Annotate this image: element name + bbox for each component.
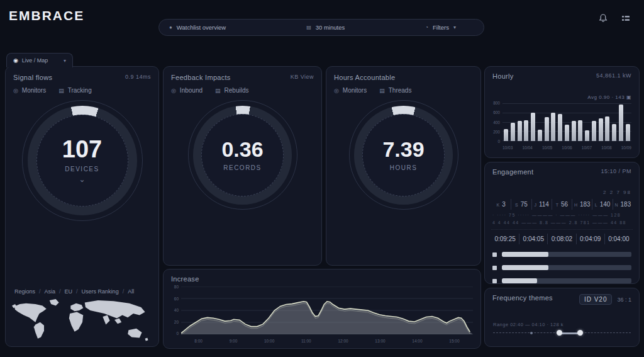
toggle-label: Inbound [180, 87, 203, 94]
stats-dotline-2: 4 4 44 44 ——— 8.8 ——— 2.8 781 ——— 44 88 [492, 220, 631, 225]
toggle-monitors[interactable]: ◎ Monitors [334, 87, 367, 94]
stats-pairs-row: K3S75J114T56H183L140N183 [491, 199, 633, 210]
panel-meta: 15:10 / PM [601, 168, 631, 174]
panel-title: Hourly [492, 72, 514, 80]
stat-pair: H183 [572, 199, 592, 210]
stat-pair: T56 [552, 199, 572, 210]
tab-live-map[interactable]: ◉ Live / Map ▾ [6, 53, 73, 67]
breadcrumb-item[interactable]: Asia [45, 288, 56, 295]
filter-item-1[interactable]: ●Watchlist overview [169, 24, 226, 31]
bar-ytick-label: 200 [490, 130, 500, 134]
progress-row[interactable] [492, 265, 631, 270]
gauge-label: RECORDS [223, 164, 262, 171]
area-chart-ylabels: 806040200 [169, 285, 179, 336]
bar [619, 105, 623, 142]
stat-pair: N183 [613, 199, 633, 210]
bar-xtick-label: 10/06 [562, 145, 572, 150]
area-xtick-label: 12:00 [338, 339, 348, 343]
slider-dot [530, 332, 533, 334]
breadcrumb-item[interactable]: Regions [14, 288, 35, 295]
bar [626, 124, 630, 141]
breadcrumb-separator: / [59, 288, 61, 295]
menu-icon[interactable] [620, 13, 631, 24]
filter-icon: ▤ [306, 25, 311, 30]
stat-value: 114 [539, 201, 549, 208]
bar-ytick-label: 800 [490, 101, 500, 105]
filter-icon: ◔ [425, 25, 428, 30]
map-breadcrumb: Regions/Asia/EU/Users Ranking/All [14, 288, 134, 295]
progress-row[interactable] [492, 278, 631, 283]
stat-value: 56 [561, 201, 568, 208]
panel-title: Frequency themes [492, 294, 553, 302]
area-xtick-label: 10:00 [264, 339, 274, 343]
bar [565, 125, 569, 141]
panel-title: Hours Accountable [334, 74, 395, 81]
stat-pair: S75 [511, 199, 531, 210]
bar-ytick-label: 0 [490, 139, 500, 144]
time-cell: 0:04:00 [604, 234, 633, 244]
toggle-tracking[interactable]: ▤ Tracking [58, 87, 92, 94]
bar-chart-ylabels: 8006004002000 [490, 101, 500, 144]
toggle-monitors[interactable]: ◎ Monitors [13, 87, 46, 94]
toggle-inbound[interactable]: ◎ Inbound [171, 87, 203, 94]
bar [504, 129, 508, 142]
filter-item-3[interactable]: ◔Filters▾ [425, 24, 456, 31]
time-cell: 0:09:25 [491, 234, 519, 244]
area-chart-plot[interactable] [181, 286, 473, 334]
stat-key: T [556, 203, 558, 207]
bar [531, 113, 535, 141]
panel-meta: KB View [291, 74, 314, 80]
panel-bar-chart: Hourly 54,861.1 kW Avg 0.90 · 143 ▣ 8006… [484, 66, 640, 158]
slider-handle-left[interactable] [557, 330, 562, 336]
area-xtick-label: 14:00 [412, 339, 422, 343]
bar-chart-xlabels: 10/0310/0410/0510/0610/0710/0810/09 [502, 145, 631, 150]
breadcrumb-item[interactable]: EU [65, 288, 73, 295]
bar-chart-legend: Avg 0.90 · 143 ▣ [587, 94, 631, 100]
breadcrumb-item[interactable]: Users Ranking [82, 288, 119, 295]
chevron-down-icon[interactable]: ⌄ [79, 175, 85, 184]
gauge-ring: 107 DEVICES ⌄ [28, 106, 137, 215]
world-map[interactable] [12, 297, 153, 343]
toggle-rebuilds[interactable]: ▤ Rebuilds [215, 87, 248, 94]
header-filter-bar[interactable]: ●Watchlist overview▤30 minutes◔Filters▾ [158, 19, 484, 36]
bar [545, 117, 549, 141]
stat-key: N [614, 203, 618, 207]
tab-label: Live / Map [22, 57, 48, 64]
bar-chart-plot[interactable] [502, 103, 631, 141]
notifications-icon[interactable] [597, 13, 609, 24]
toggle-threads[interactable]: ▤ Threads [379, 87, 411, 94]
chevron-down-icon: ▾ [453, 25, 456, 30]
filter-label: 30 minutes [316, 24, 345, 31]
progress-row[interactable] [492, 252, 631, 257]
stats-corner-meta: 2 2 7 98 [485, 176, 639, 195]
panel-hours-accountable: Hours Accountable ◎ Monitors ▤ Threads 7… [326, 66, 481, 266]
filter-item-2[interactable]: ▤30 minutes [306, 24, 345, 31]
bar-ytick-label: 400 [490, 120, 500, 125]
bar [538, 130, 542, 141]
bar [551, 113, 555, 141]
range-slider[interactable] [493, 330, 631, 336]
panel-signal-flows: Signal flows 0.9 14ms ◎ Monitors ▤ Track… [5, 66, 159, 347]
bar-xtick-label: 10/04 [522, 145, 532, 150]
area-xtick-label: 9:00 [230, 339, 238, 343]
slider-handle-right[interactable] [577, 330, 583, 336]
time-cell: 0:08:02 [547, 234, 575, 244]
time-cell: 0:04:05 [519, 234, 547, 244]
progress-track [502, 278, 631, 283]
progress-bullet-icon [492, 266, 497, 270]
panel-area-chart: Increase 806040200 8:009:0010:0011:0012:… [163, 269, 481, 349]
bar [585, 130, 589, 141]
progress-bullet-icon [492, 279, 497, 283]
grid-icon: ▤ [215, 88, 221, 94]
panel-title: Feedback Impacts [171, 74, 231, 81]
stat-value: 75 [521, 201, 528, 208]
panel-meta: 0.9 14ms [125, 74, 151, 80]
area-xtick-label: 15:00 [449, 339, 459, 343]
bar [511, 123, 515, 141]
app-logo: EMBRACE [9, 8, 84, 23]
area-ytick-label: 40 [169, 308, 179, 312]
breadcrumb-item[interactable]: All [128, 288, 134, 295]
grid-icon: ▤ [58, 88, 64, 94]
bar-xtick-label: 10/07 [582, 145, 592, 150]
area-chart-xlabels: 8:009:0010:0011:0012:0013:0014:0015:00 [181, 339, 473, 343]
